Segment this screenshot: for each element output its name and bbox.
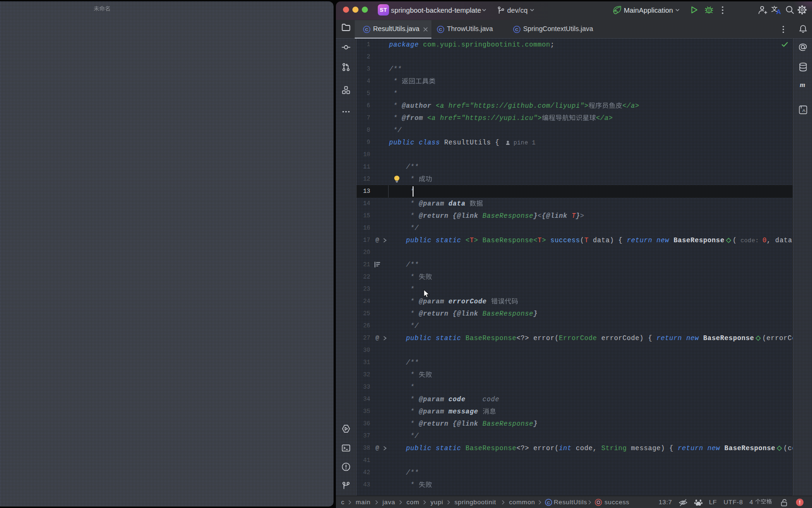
svg-text:C: C [547, 500, 550, 505]
svg-text:A: A [802, 108, 805, 113]
svg-text:C: C [365, 27, 368, 32]
svg-text:C: C [439, 27, 442, 32]
svg-text:C: C [515, 27, 518, 32]
